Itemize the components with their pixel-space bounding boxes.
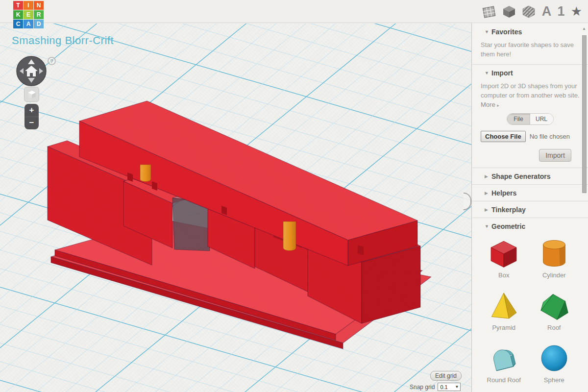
url-tab[interactable]: URL (530, 114, 553, 124)
triangle-down-icon: ▼ (485, 71, 491, 75)
file-tab[interactable]: File (507, 114, 530, 124)
workplane-icon[interactable] (482, 5, 496, 19)
snap-grid-label: Snap grid (410, 384, 435, 391)
design-title[interactable]: Smashing Blorr-Crift (12, 34, 114, 47)
more-link[interactable]: More ▸ (472, 101, 588, 111)
section-tinkerplay[interactable]: ▶ Tinkerplay (472, 201, 588, 218)
scene-svg (0, 24, 471, 392)
logo-tile: E (24, 10, 33, 19)
geometric-shape-grid: Box Cylinder Pyramid Roof (472, 234, 588, 384)
triangle-right-icon: ▶ (485, 191, 491, 196)
import-description: Import 2D or 3D shapes from your compute… (472, 81, 588, 101)
logo-tile: K (13, 10, 23, 19)
import-button[interactable]: Import (539, 149, 571, 162)
triangle-right-icon: ▶ (485, 174, 491, 179)
section-geometric[interactable]: ▼ Geometric (472, 218, 588, 234)
logo-tile: R (34, 10, 44, 19)
fit-view-button[interactable] (24, 87, 39, 102)
round-roof-shape-icon (488, 342, 520, 374)
zoom-control: + − (24, 104, 39, 129)
roof-shape-icon (538, 290, 570, 322)
choose-file-button[interactable]: Choose File (481, 131, 526, 142)
shapes-sidebar: ▼ Favorites Star your favorite shapes to… (471, 0, 588, 392)
numbers-category-icon[interactable]: 1 (557, 4, 564, 19)
logo-tile: A (24, 20, 33, 28)
edit-grid-button[interactable]: Edit grid (430, 371, 462, 381)
sphere-shape-icon (538, 342, 570, 374)
tinkercad-logo[interactable]: T I N K E R C A D (13, 1, 45, 29)
no-file-chosen-text: No file chosen (530, 133, 570, 140)
logo-tile: D (34, 20, 44, 28)
section-helpers[interactable]: ▶ Helpers (472, 185, 588, 201)
fit-cube-icon (27, 90, 37, 99)
import-source-toggle: File URL (507, 113, 554, 125)
model-smashing-blorr-crift[interactable] (48, 101, 431, 349)
viewport-3d[interactable]: Smashing Blorr-Crift ? + − Edit grid Sna… (0, 24, 471, 392)
sidebar-scrollbar: ▲ (582, 26, 587, 389)
logo-tile: N (34, 1, 44, 10)
shape-round-roof[interactable]: Round Roof (479, 342, 529, 384)
shape-roof[interactable]: Roof (529, 290, 580, 331)
shape-category-bar: A 1 ★ (478, 0, 588, 23)
letters-category-icon[interactable]: A (542, 4, 552, 19)
snap-grid-select[interactable]: 0.1 ▼ (438, 383, 461, 391)
shape-pyramid[interactable]: Pyramid (479, 290, 529, 331)
section-favorites[interactable]: ▼ Favorites (472, 24, 588, 40)
cylinder-shape-icon (538, 237, 570, 270)
pyramid-shape-icon (488, 290, 520, 322)
triangle-right-icon: ▶ (485, 207, 491, 212)
triangle-down-icon: ▼ (485, 224, 491, 229)
box-shape-icon (488, 237, 520, 270)
shape-box[interactable]: Box (479, 237, 529, 279)
geometric-shapes-icon[interactable] (502, 5, 516, 19)
help-button[interactable]: ? (48, 57, 56, 65)
logo-tile: T (13, 1, 23, 10)
shape-cylinder[interactable]: Cylinder (529, 237, 580, 279)
section-shape-generators[interactable]: ▶ Shape Generators (472, 168, 588, 184)
zoom-out-button[interactable]: − (24, 117, 39, 130)
shape-sphere[interactable]: Sphere (529, 342, 580, 384)
triangle-down-icon: ▼ (485, 29, 491, 34)
scrollbar-thumb[interactable] (582, 35, 587, 193)
favorites-category-icon[interactable]: ★ (571, 4, 582, 19)
select-caret-icon: ▼ (455, 385, 459, 389)
scroll-up-icon[interactable]: ▲ (582, 26, 586, 31)
zoom-in-button[interactable]: + (24, 104, 39, 117)
logo-tile: C (13, 20, 23, 28)
logo-tile: I (24, 1, 33, 10)
more-caret-icon: ▸ (497, 103, 499, 108)
favorites-description: Star your favorite shapes to save them h… (472, 40, 588, 64)
section-import[interactable]: ▼ Import (472, 65, 588, 81)
orbit-wheel[interactable] (16, 56, 47, 86)
holes-shapes-icon[interactable] (522, 5, 536, 19)
